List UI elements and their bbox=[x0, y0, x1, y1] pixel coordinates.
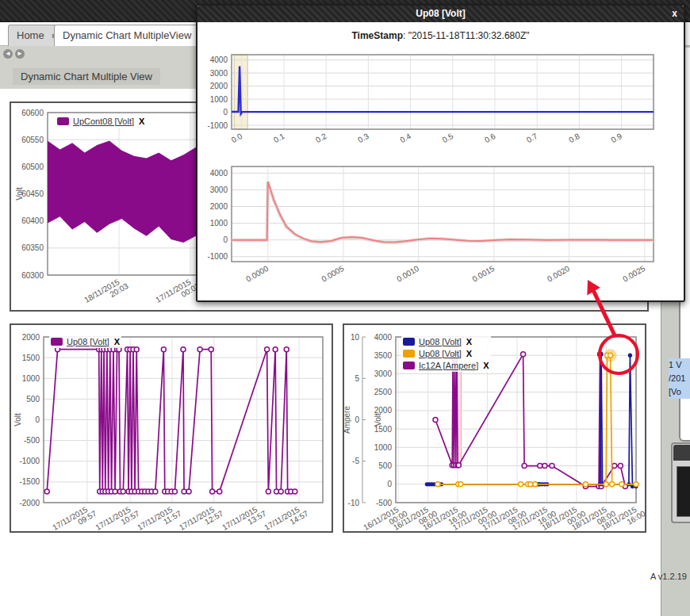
page-title: Dynamic Chart Multiple View bbox=[13, 68, 160, 85]
legend-swatch-icon bbox=[403, 350, 415, 358]
svg-text:1000: 1000 bbox=[210, 95, 228, 104]
legend-item: Ic12A [Ampere]X bbox=[403, 359, 489, 371]
svg-text:2500: 2500 bbox=[374, 388, 393, 396]
svg-text:3000: 3000 bbox=[374, 369, 393, 378]
svg-text:0.0015: 0.0015 bbox=[470, 264, 496, 284]
tab-home-label: Home bbox=[17, 29, 44, 41]
version-label: A v1.2.19 bbox=[650, 572, 688, 581]
svg-text:3000: 3000 bbox=[210, 69, 228, 78]
chart-panel-up08-events: -2000-1500-1000-500050010001500200017/11… bbox=[10, 323, 333, 533]
svg-text:-500: -500 bbox=[376, 499, 392, 507]
svg-text:60600: 60600 bbox=[21, 109, 44, 117]
chart-panel-up08-ic12a: -5000500100015002000250030003500400016/1… bbox=[343, 323, 646, 533]
legend-label[interactable]: Up08 [Volt] bbox=[67, 337, 109, 346]
timestamp-value: "2015-11-18T11:30:32.680Z" bbox=[408, 30, 530, 41]
popup-window: Up08 [Volt] x TimeStamp: "2015-11-18T11:… bbox=[196, 4, 685, 302]
popup-title-bar[interactable]: Up08 [Volt] x bbox=[197, 6, 684, 22]
svg-text:3000: 3000 bbox=[210, 186, 228, 194]
svg-text:4000: 4000 bbox=[374, 333, 393, 342]
svg-text:60300: 60300 bbox=[21, 271, 44, 280]
chart-legend: Up08 [Volt]X bbox=[49, 335, 121, 348]
chart-popup-zoom[interactable]: -1000010002000300040000.00000.00050.0010… bbox=[197, 147, 684, 300]
fragment-line: /201 bbox=[669, 372, 690, 385]
legend-close[interactable]: X bbox=[466, 349, 472, 358]
svg-text:60450: 60450 bbox=[21, 189, 44, 198]
svg-text:0.3: 0.3 bbox=[356, 132, 370, 145]
svg-text:Volt: Volt bbox=[13, 413, 22, 427]
svg-text:0.0000: 0.0000 bbox=[244, 264, 270, 284]
timestamp-sep: : bbox=[403, 30, 408, 41]
svg-text:1000: 1000 bbox=[210, 219, 228, 228]
legend-swatch-icon bbox=[403, 338, 415, 346]
svg-text:0.6: 0.6 bbox=[483, 132, 497, 145]
svg-text:500: 500 bbox=[26, 395, 40, 404]
svg-text:0.4: 0.4 bbox=[399, 132, 413, 145]
svg-text:0: 0 bbox=[387, 480, 392, 488]
svg-text:500: 500 bbox=[378, 461, 392, 470]
selected-item-fragment[interactable]: 1 V /201 [Vo bbox=[669, 358, 690, 399]
svg-text:0.9: 0.9 bbox=[610, 132, 624, 145]
legend-swatch-icon bbox=[57, 117, 69, 125]
svg-text:0.0025: 0.0025 bbox=[621, 264, 646, 284]
svg-text:Ampere: Ampere bbox=[344, 406, 351, 434]
svg-text:0.5: 0.5 bbox=[441, 132, 455, 145]
svg-text:-10: -10 bbox=[348, 499, 360, 507]
svg-text:1000: 1000 bbox=[22, 374, 40, 383]
legend-label[interactable]: Up08 [Volt] bbox=[419, 349, 462, 358]
svg-text:0.0: 0.0 bbox=[230, 132, 244, 145]
svg-text:60400: 60400 bbox=[21, 216, 44, 225]
fragment-line: [Vo bbox=[669, 385, 690, 399]
svg-text:1000: 1000 bbox=[374, 443, 393, 452]
legend-label[interactable]: Up08 [Volt] bbox=[419, 337, 462, 346]
legend-item: Up08 [Volt]X bbox=[51, 335, 120, 347]
chart-popup-full[interactable]: -1000010002000300040000.00.10.20.30.40.5… bbox=[197, 49, 684, 147]
svg-text:0.0010: 0.0010 bbox=[395, 264, 420, 284]
legend-close[interactable]: X bbox=[139, 117, 144, 126]
legend-item: Up08 [Volt]X bbox=[403, 347, 489, 359]
svg-text:Volt: Volt bbox=[15, 187, 24, 201]
back-icon[interactable]: ◄ bbox=[3, 49, 13, 59]
popup-close-icon[interactable]: x bbox=[672, 6, 677, 22]
app-screen: Home✱ Dynamic Chart MultipleView✱ ◄ ► Dy… bbox=[0, 0, 690, 616]
svg-text:-500: -500 bbox=[24, 436, 40, 445]
chart-legend: UpCont08 [Volt]X bbox=[56, 114, 146, 128]
legend-close[interactable]: X bbox=[114, 337, 120, 346]
svg-text:Volt: Volt bbox=[374, 413, 382, 427]
legend-close[interactable]: X bbox=[483, 361, 489, 370]
chart-up08-volt-events[interactable]: -2000-1500-1000-500050010001500200017/11… bbox=[11, 325, 332, 531]
svg-text:10: 10 bbox=[351, 333, 360, 342]
legend-swatch-icon bbox=[403, 362, 415, 369]
svg-text:0: 0 bbox=[223, 235, 228, 244]
svg-text:0.7: 0.7 bbox=[525, 132, 539, 145]
svg-text:60500: 60500 bbox=[21, 163, 44, 171]
fragment-line: 1 V bbox=[669, 358, 690, 372]
legend-label[interactable]: UpCont08 [Volt] bbox=[73, 117, 134, 126]
svg-text:5: 5 bbox=[355, 374, 359, 383]
legend-item: Up08 [Volt]X bbox=[403, 335, 489, 347]
legend-close[interactable]: X bbox=[466, 337, 472, 346]
side-widget-screen bbox=[677, 466, 690, 517]
chart-legend: Up08 [Volt]XUp08 [Volt]XIc12A [Ampere]X bbox=[401, 335, 491, 372]
svg-text:60550: 60550 bbox=[21, 136, 44, 144]
side-widget-header bbox=[673, 445, 690, 461]
chart-up08-ic12a[interactable]: -5000500100015002000250030003500400016/1… bbox=[344, 325, 645, 531]
tab-dynamic-chart-multipleview[interactable]: Dynamic Chart MultipleView✱ bbox=[54, 25, 213, 46]
side-widget bbox=[671, 442, 690, 523]
svg-text:0.8: 0.8 bbox=[567, 132, 581, 145]
svg-text:0: 0 bbox=[355, 415, 359, 424]
tab-dynamic-label: Dynamic Chart MultipleView bbox=[63, 29, 191, 41]
svg-text:0: 0 bbox=[223, 108, 228, 117]
svg-text:0.1: 0.1 bbox=[272, 132, 286, 145]
legend-label[interactable]: Ic12A [Ampere] bbox=[419, 361, 478, 370]
svg-text:2000: 2000 bbox=[22, 333, 40, 342]
svg-text:4000: 4000 bbox=[210, 169, 228, 178]
timestamp-label: TimeStamp bbox=[352, 30, 403, 41]
svg-text:-1000: -1000 bbox=[207, 121, 228, 130]
popup-title: Up08 [Volt] bbox=[416, 8, 465, 19]
legend-swatch-icon bbox=[51, 338, 63, 346]
svg-text:-1000: -1000 bbox=[207, 252, 228, 261]
forward-icon[interactable]: ► bbox=[15, 49, 25, 59]
svg-text:2000: 2000 bbox=[210, 82, 228, 90]
svg-text:1500: 1500 bbox=[22, 354, 40, 362]
svg-text:-2000: -2000 bbox=[19, 499, 40, 507]
